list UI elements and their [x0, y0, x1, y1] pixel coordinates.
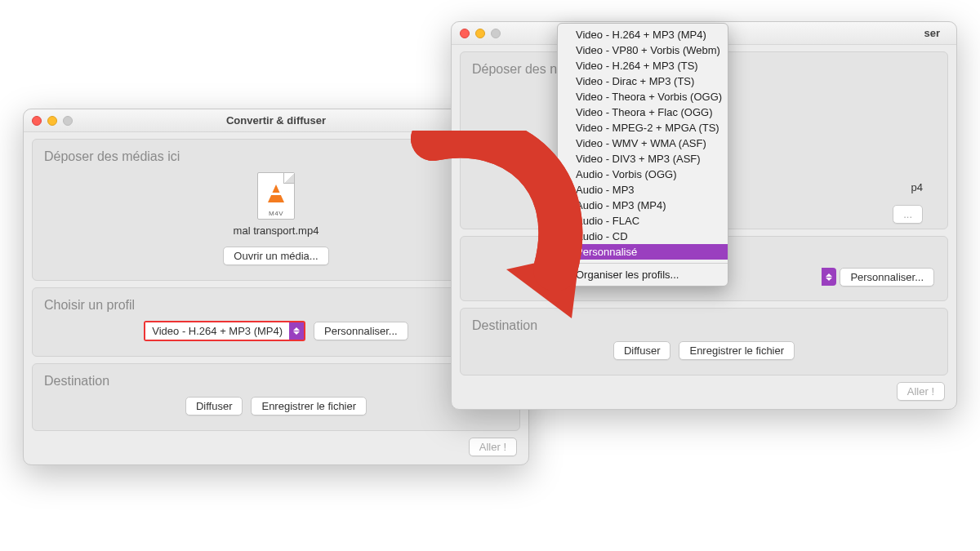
- dropdown-item[interactable]: Video - Theora + Flac (OGG): [558, 104, 728, 120]
- go-button[interactable]: Aller !: [897, 382, 945, 401]
- destination-panel: Destination Diffuser Enregistrer le fich…: [460, 308, 948, 375]
- file-extension-label: M4V: [258, 210, 294, 217]
- go-button[interactable]: Aller !: [469, 438, 517, 456]
- choose-profile-title: Choisir un profil: [44, 298, 508, 313]
- dropdown-item[interactable]: Video - MPEG-2 + MPGA (TS): [558, 120, 728, 136]
- dropdown-item[interactable]: Video - WMV + WMA (ASF): [558, 136, 728, 151]
- destination-panel: Destination Diffuser Enregistrer le fich…: [32, 363, 520, 431]
- dropdown-item-selected[interactable]: Personnalisé: [558, 244, 728, 260]
- customize-button[interactable]: Personnaliser...: [314, 322, 408, 340]
- dropdown-item[interactable]: Audio - MP3 (MP4): [558, 198, 728, 213]
- dropdown-separator: [558, 263, 728, 264]
- destination-title: Destination: [472, 318, 936, 333]
- dropdown-item[interactable]: Audio - CD: [558, 229, 728, 244]
- dropdown-item[interactable]: Audio - MP3: [558, 182, 728, 198]
- profile-dropdown-highlighted[interactable]: Video - H.264 + MP3 (MP4): [144, 321, 305, 341]
- close-icon[interactable]: [460, 29, 470, 38]
- file-icon: M4V: [257, 172, 295, 220]
- file-partial-label: p4: [911, 181, 923, 193]
- dropdown-organize-profiles[interactable]: Organiser les profils...: [558, 267, 728, 282]
- dropdown-arrows-icon: [289, 322, 304, 340]
- traffic-lights: [32, 116, 73, 126]
- deposit-media-title: Déposer des médias ici: [44, 149, 508, 164]
- diffuse-button[interactable]: Diffuser: [185, 397, 243, 415]
- dropdown-item[interactable]: Audio - FLAC: [558, 213, 728, 229]
- dropdown-item[interactable]: Video - H.264 + MP3 (TS): [558, 58, 728, 73]
- customize-button[interactable]: Personnaliser...: [840, 268, 934, 287]
- traffic-lights: [460, 29, 501, 38]
- dropdown-item[interactable]: Video - H.264 + MP3 (MP4): [558, 27, 728, 42]
- minimize-icon[interactable]: [475, 29, 485, 38]
- dropdown-item[interactable]: Video - DIV3 + MP3 (ASF): [558, 151, 728, 167]
- dropdown-item[interactable]: Audio - Vorbis (OGG): [558, 167, 728, 182]
- choose-profile-panel: Choisir un profil Video - H.264 + MP3 (M…: [32, 287, 520, 357]
- open-media-button[interactable]: Ouvrir un média...: [223, 247, 328, 265]
- vlc-cone-icon: [268, 184, 284, 202]
- filename-label: mal transport.mp4: [44, 224, 508, 237]
- profile-dropdown-menu[interactable]: Video - H.264 + MP3 (MP4) Video - VP80 +…: [557, 23, 728, 287]
- save-file-button[interactable]: Enregistrer le fichier: [679, 341, 795, 360]
- truncated-button[interactable]: ...: [893, 205, 923, 224]
- zoom-icon[interactable]: [491, 29, 501, 38]
- diffuse-button[interactable]: Diffuser: [613, 341, 671, 360]
- zoom-icon[interactable]: [63, 116, 73, 126]
- deposit-media-panel: Déposer des médias ici M4V mal transport…: [32, 139, 520, 281]
- destination-title: Destination: [44, 374, 508, 389]
- dropdown-item[interactable]: Video - Dirac + MP3 (TS): [558, 73, 728, 89]
- minimize-icon[interactable]: [47, 116, 57, 126]
- save-file-button[interactable]: Enregistrer le fichier: [251, 397, 367, 415]
- close-icon[interactable]: [32, 116, 42, 126]
- dropdown-item[interactable]: Video - VP80 + Vorbis (Webm): [558, 42, 728, 58]
- dropdown-item[interactable]: Video - Theora + Vorbis (OGG): [558, 89, 728, 104]
- dropdown-arrows-icon: [822, 268, 836, 286]
- profile-dropdown-value: Video - H.264 + MP3 (MP4): [145, 322, 289, 340]
